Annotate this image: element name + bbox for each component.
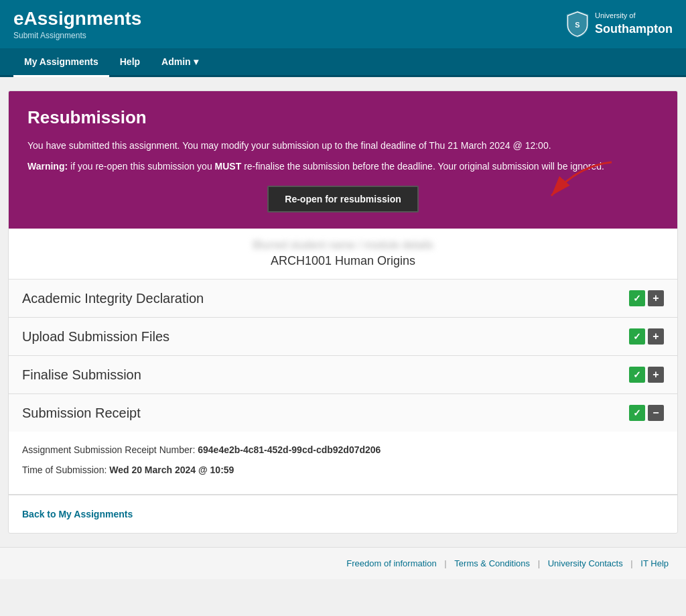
nav-help[interactable]: Help [109,48,151,77]
section-controls-upload-files: ✓ + [629,328,664,345]
section-receipt: Submission Receipt ✓ − Assignment Submis… [9,394,677,495]
section-upload-files: Upload Submission Files ✓ + [9,318,677,356]
section-header-upload-files[interactable]: Upload Submission Files ✓ + [9,318,677,355]
assignment-module-name: ARCH1001 Human Origins [19,254,667,268]
check-icon-finalise: ✓ [629,367,645,383]
section-header-receipt[interactable]: Submission Receipt ✓ − [9,394,677,432]
receipt-content: Assignment Submission Receipt Number: 69… [9,432,677,494]
section-title-receipt: Submission Receipt [22,406,141,421]
university-logo: S University of Southampton [565,11,673,38]
header-left: eAssignments Submit Assignments [13,8,141,40]
app-subtitle: Submit Assignments [13,31,141,40]
section-header-academic-integrity[interactable]: Academic Integrity Declaration ✓ + [9,280,677,317]
shield-icon: S [565,11,590,38]
check-icon-upload-files: ✓ [629,328,645,345]
collapse-icon-receipt[interactable]: − [648,405,664,421]
header-right: S University of Southampton [565,11,673,38]
footer: Freedom of information | Terms & Conditi… [0,547,686,579]
university-name: University of Southampton [595,11,673,38]
arrow-icon [538,159,618,206]
check-icon-receipt: ✓ [629,405,645,421]
section-controls-receipt: ✓ − [629,405,664,421]
nav-my-assignments[interactable]: My Assignments [13,48,109,77]
resubmission-message: You have submitted this assignment. You … [27,139,659,153]
back-link-area: Back to My Assignments [9,495,677,533]
main-nav: My Assignments Help Admin ▾ [0,48,686,77]
nav-admin[interactable]: Admin ▾ [151,48,209,77]
svg-text:S: S [575,21,579,29]
receipt-time-line: Time of Submission: Wed 20 March 2024 @ … [22,463,664,477]
back-to-assignments-link[interactable]: Back to My Assignments [22,509,133,519]
app-title: eAssignments [13,8,141,29]
receipt-number-value: 694e4e2b-4c81-452d-99cd-cdb92d07d206 [198,444,381,455]
footer-divider-3: | [630,558,632,568]
section-controls-academic-integrity: ✓ + [629,290,664,306]
header: eAssignments Submit Assignments S Univer… [0,0,686,48]
resubmission-banner: Resubmission You have submitted this ass… [9,91,677,229]
section-title-upload-files: Upload Submission Files [22,329,169,345]
main-content: Resubmission You have submitted this ass… [8,90,678,534]
receipt-time-value: Wed 20 March 2024 @ 10:59 [109,465,234,475]
section-controls-finalise: ✓ + [629,367,664,383]
footer-link-contacts[interactable]: University Contacts [548,558,623,568]
expand-icon-finalise[interactable]: + [648,367,664,383]
expand-icon-upload-files[interactable]: + [648,328,664,345]
footer-link-ithelp[interactable]: IT Help [640,558,669,568]
expand-icon-academic-integrity[interactable]: + [648,290,664,306]
assignment-title-area: Blurred student name / module details AR… [9,229,677,280]
footer-divider-1: | [444,558,446,568]
footer-link-freedom[interactable]: Freedom of information [346,558,436,568]
chevron-down-icon: ▾ [194,56,198,67]
section-finalise: Finalise Submission ✓ + [9,356,677,394]
check-icon-academic-integrity: ✓ [629,290,645,306]
section-title-academic-integrity: Academic Integrity Declaration [22,291,204,306]
section-academic-integrity: Academic Integrity Declaration ✓ + [9,280,677,318]
section-title-finalise: Finalise Submission [22,367,141,383]
receipt-number-line: Assignment Submission Receipt Number: 69… [22,442,664,457]
assignment-blurred-name: Blurred student name / module details [19,239,667,251]
footer-link-terms[interactable]: Terms & Conditions [454,558,530,568]
section-header-finalise[interactable]: Finalise Submission ✓ + [9,356,677,393]
footer-divider-2: | [538,558,540,568]
reopen-button-container: Re-open for resubmission [27,186,659,212]
resubmission-title: Resubmission [27,107,659,128]
reopen-button[interactable]: Re-open for resubmission [267,186,418,212]
